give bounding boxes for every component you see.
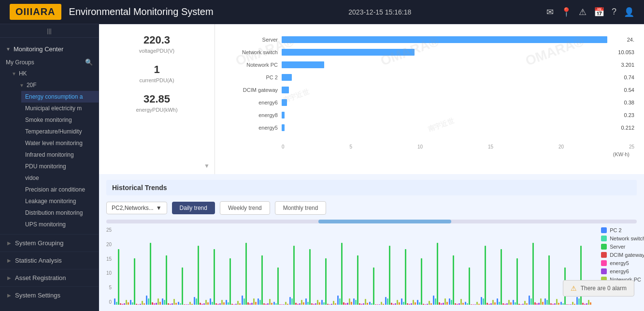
- chart-bar-5-2: [198, 246, 199, 305]
- metrics-panel: 220.3 voltagePDU(V) 1 currentPDU(A) 32.8…: [99, 24, 644, 174]
- daily-trend-button[interactable]: Daily trend: [172, 202, 215, 214]
- alert-icon[interactable]: ⚠: [579, 7, 587, 17]
- tree-item-precision-air[interactable]: Precision air conditione: [21, 184, 99, 195]
- chart-bar-15-3: [359, 303, 360, 305]
- bar-group-23: [481, 246, 496, 305]
- help-icon[interactable]: ?: [612, 7, 616, 17]
- chart-bar-4-5: [187, 304, 189, 305]
- tree-item-video[interactable]: vidoe: [21, 172, 99, 184]
- chart-bar-22-7: [478, 304, 480, 305]
- chart-bar-10-0: [273, 302, 275, 305]
- chart-bar-20-3: [439, 302, 440, 305]
- sidebar-item-statistic-analysis[interactable]: ▶ Statistic Analysis: [0, 252, 99, 269]
- tree-item-leakage[interactable]: Leakage monitoring: [21, 195, 99, 207]
- tree-item-water-level[interactable]: Water level monitoring: [21, 137, 99, 149]
- scroll-down-icon[interactable]: ▼: [204, 163, 210, 169]
- bar-track-0: [282, 36, 621, 43]
- tree-item-infrared[interactable]: Infrared monitoring: [21, 149, 99, 161]
- envelope-icon[interactable]: ✉: [546, 7, 554, 17]
- chart-bar-13-1: [323, 302, 325, 305]
- chart-bar-29-7: [590, 302, 591, 305]
- sidebar-collapse-button[interactable]: |||: [0, 24, 99, 38]
- bar-group-17: [385, 246, 400, 305]
- chart-bar-17-2: [389, 246, 390, 305]
- chart-bar-12-7: [319, 302, 320, 305]
- chart-bar-5-6: [205, 300, 207, 305]
- search-icon[interactable]: 🔍: [85, 59, 93, 66]
- chart-bar-17-3: [391, 303, 392, 305]
- tree-item-energy-consumption[interactable]: Energy consumption a: [21, 91, 99, 103]
- chart-bar-16-1: [371, 303, 372, 305]
- sidebar-item-asset-registration[interactable]: ▶ Asset Registration: [0, 269, 99, 286]
- chart-bar-15-4: [361, 304, 362, 305]
- legend-color-network-switch: [601, 236, 607, 241]
- monitoring-center-arrow: ▼: [6, 46, 11, 52]
- calendar-icon[interactable]: 📅: [594, 7, 604, 17]
- chart-bar-26-2: [532, 243, 534, 305]
- sidebar-item-system-grouping[interactable]: ▶ System Grouping: [0, 234, 99, 252]
- chart-bar-27-4: [552, 304, 554, 305]
- chart-bar-0-4: [122, 304, 123, 305]
- chart-bar-7-6: [237, 301, 239, 305]
- energy-value: 32.85: [109, 93, 205, 105]
- chart-bar-12-0: [305, 298, 307, 305]
- bar-group-20: [433, 243, 448, 305]
- monitoring-center-header[interactable]: ▼ Monitoring Center: [0, 42, 99, 57]
- system-settings-arrow: ▶: [7, 293, 11, 298]
- chart-bar-19-7: [430, 303, 432, 305]
- bar-group-11: [289, 246, 304, 305]
- chart-bar-21-3: [455, 303, 456, 305]
- device-dropdown[interactable]: PC2,Networks... ▼: [106, 202, 167, 214]
- chart-bar-7-5: [235, 304, 237, 305]
- chart-bar-26-7: [542, 302, 544, 305]
- bar-value-6: 0.23: [624, 112, 634, 118]
- chart-scrollbar[interactable]: [106, 220, 637, 223]
- chart-bar-18-4: [409, 304, 410, 305]
- chart-bar-16-3: [375, 304, 376, 305]
- tree-item-smoke[interactable]: Smoke monitoring: [21, 114, 99, 126]
- weekly-trend-button[interactable]: Weekly trend: [220, 201, 270, 215]
- tree-item-pdu[interactable]: PDU monitoring: [21, 161, 99, 172]
- voltage-value: 220.3: [109, 34, 205, 46]
- chart-bar-6-1: [212, 302, 213, 305]
- tree-item-ups[interactable]: UPS monitoring: [21, 219, 99, 230]
- location-icon[interactable]: 📍: [561, 7, 572, 17]
- chart-bar-1-6: [142, 301, 143, 305]
- bar-group-27: [544, 255, 559, 305]
- chart-bar-15-0: [353, 298, 355, 305]
- main-content: OMARA® OMARA® OMARA® 南宇近世 南宇近世 220.3 vol…: [99, 24, 644, 311]
- tree-item-distribution[interactable]: Distribution monitoring: [21, 207, 99, 219]
- chart-bar-3-4: [170, 304, 171, 305]
- tree-item-municipal[interactable]: Municipal electricity m: [21, 103, 99, 114]
- chart-bar-0-1: [116, 302, 117, 305]
- chart-bar-13-3: [327, 304, 329, 305]
- chart-bar-26-4: [536, 303, 538, 305]
- chart-bar-18-0: [401, 298, 402, 305]
- bar-label-4: DCIM gateway: [225, 87, 278, 93]
- chart-bar-2-1: [148, 298, 149, 305]
- chart-bar-13-0: [321, 300, 323, 305]
- chart-bar-24-2: [501, 249, 502, 305]
- user-icon[interactable]: 👤: [624, 7, 634, 17]
- bar-group-21: [449, 255, 464, 305]
- chart-bar-6-5: [219, 303, 221, 305]
- tree-item-20f[interactable]: ▼20F: [15, 79, 99, 91]
- chart-bar-28-7: [574, 304, 575, 305]
- tree-item-temperature[interactable]: Temperature/Humidity: [21, 126, 99, 137]
- tree-item-hk[interactable]: ▼HK: [4, 68, 99, 79]
- bar-label-2: Notework PC: [225, 62, 278, 68]
- chart-bar-27-0: [544, 298, 546, 305]
- bar-track-7: [282, 124, 615, 131]
- header-icons: ✉ 📍 ⚠ 📅 ? 👤: [546, 7, 634, 17]
- chart-bar-22-6: [476, 302, 478, 305]
- chart-bar-28-0: [560, 302, 562, 305]
- chart-bar-11-5: [299, 303, 301, 305]
- monthly-trend-button[interactable]: Monthly trend: [275, 201, 327, 215]
- chevron-down-icon: ▼: [156, 205, 162, 211]
- bar-group-12: [305, 249, 320, 305]
- chart-bar-0-0: [114, 298, 115, 305]
- chart-bar-20-4: [441, 303, 442, 305]
- sidebar-item-system-settings[interactable]: ▶ System Settings: [0, 286, 99, 304]
- metrics-right: Server24.Network switch10.053Notework PC…: [215, 24, 644, 174]
- chart-bar-18-5: [411, 303, 412, 305]
